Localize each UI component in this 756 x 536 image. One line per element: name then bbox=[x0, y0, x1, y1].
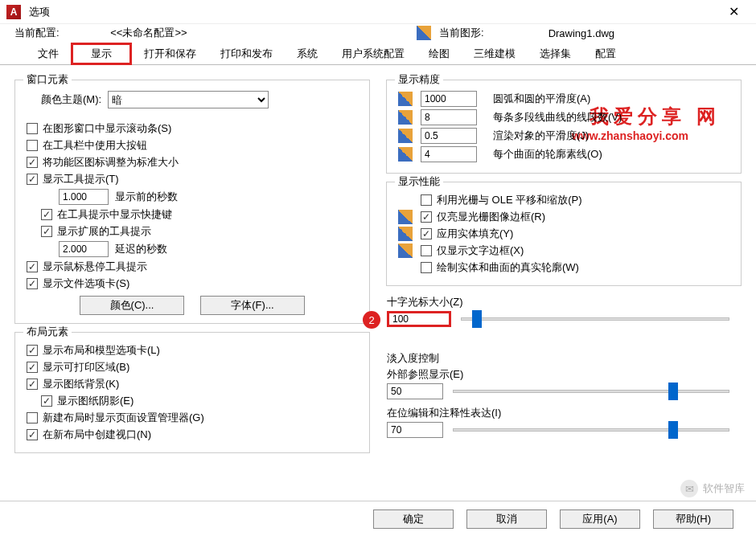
chk-printable[interactable] bbox=[27, 362, 38, 373]
inp-tip-delay[interactable] bbox=[59, 189, 109, 205]
tab-draft[interactable]: 绘图 bbox=[417, 43, 462, 65]
chk-highlight[interactable] bbox=[421, 211, 432, 223]
tabs: 文件 显示 打开和保存 打印和发布 系统 用户系统配置 绘图 三维建模 选择集 … bbox=[0, 42, 756, 65]
chk-silhouette[interactable] bbox=[421, 262, 432, 273]
tab-3d[interactable]: 三维建模 bbox=[462, 43, 528, 65]
res-icon bbox=[398, 110, 413, 125]
res-icon bbox=[398, 92, 413, 106]
lbl-hover: 显示鼠标悬停工具提示 bbox=[43, 260, 147, 274]
ok-button[interactable]: 确定 bbox=[373, 509, 454, 529]
lbl-tip-ext: 显示扩展的工具提示 bbox=[57, 224, 151, 239]
chk-layout-tabs[interactable] bbox=[27, 345, 38, 356]
footer-watermark: ✉ 软件智库 bbox=[680, 480, 745, 497]
slider-xref[interactable] bbox=[453, 390, 729, 393]
chk-tip-ext[interactable] bbox=[41, 226, 52, 237]
perf-icon bbox=[398, 210, 413, 224]
inp-tip-ext[interactable] bbox=[59, 241, 109, 257]
cancel-button[interactable]: 取消 bbox=[466, 509, 547, 529]
dwg-icon bbox=[417, 26, 431, 40]
lbl-scroll: 在图形窗口中显示滚动条(S) bbox=[43, 121, 171, 136]
group-layout-title: 布局元素 bbox=[23, 325, 72, 339]
btn-fonts[interactable]: 字体(F)... bbox=[200, 296, 305, 315]
lbl-highlight: 仅亮显光栅图像边框(R) bbox=[437, 210, 545, 224]
inp-poly[interactable] bbox=[421, 109, 477, 125]
group-crosshair: 十字光标大小(Z) 2 bbox=[386, 294, 742, 342]
tab-plot[interactable]: 打印和发布 bbox=[208, 43, 285, 65]
group-crosshair-title: 十字光标大小(Z) bbox=[387, 295, 729, 309]
tab-opensave[interactable]: 打开和保存 bbox=[132, 43, 208, 65]
lbl-filetab: 显示文件选项卡(S) bbox=[43, 276, 129, 291]
tab-file[interactable]: 文件 bbox=[26, 43, 71, 65]
chk-paperbg[interactable] bbox=[27, 378, 38, 390]
chk-filetab[interactable] bbox=[27, 278, 38, 289]
lbl-silhouette: 绘制实体和曲面的真实轮廓(W) bbox=[437, 260, 579, 275]
theme-label: 颜色主题(M): bbox=[41, 92, 101, 107]
slider-crosshair[interactable] bbox=[461, 317, 729, 321]
inp-crosshair[interactable] bbox=[387, 311, 451, 327]
profile-label: 当前配置: bbox=[14, 27, 60, 39]
tab-system[interactable]: 系统 bbox=[285, 43, 330, 65]
lbl-viewport: 在新布局中创建视口(N) bbox=[43, 428, 151, 442]
chk-hover[interactable] bbox=[27, 261, 38, 272]
inp-inplace[interactable] bbox=[387, 422, 443, 438]
chk-panzoom[interactable] bbox=[421, 194, 432, 206]
chk-tip-shortcut[interactable] bbox=[41, 209, 52, 220]
btn-colors[interactable]: 颜色(C)... bbox=[80, 296, 184, 315]
inp-xref[interactable] bbox=[387, 383, 443, 399]
lbl-panzoom: 利用光栅与 OLE 平移和缩放(P) bbox=[437, 193, 582, 207]
footer-text: 软件智库 bbox=[703, 481, 745, 496]
group-layout-elements: 布局元素 显示布局和模型选项卡(L) 显示可打印区域(B) 显示图纸背景(K) … bbox=[14, 332, 370, 453]
lbl-bigbtn: 在工具栏中使用大按钮 bbox=[43, 138, 147, 153]
chk-pagesetup[interactable] bbox=[27, 412, 38, 423]
window-title: 选项 bbox=[29, 5, 50, 19]
inp-render[interactable] bbox=[421, 128, 477, 144]
help-button[interactable]: 帮助(H) bbox=[653, 509, 733, 529]
bottom-bar: 确定 取消 应用(A) 帮助(H) bbox=[0, 501, 756, 536]
group-window-title: 窗口元素 bbox=[23, 72, 72, 87]
chk-bigbtn[interactable] bbox=[27, 140, 38, 151]
content: 窗口元素 颜色主题(M): 暗 在图形窗口中显示滚动条(S) 在工具栏中使用大按… bbox=[0, 65, 756, 463]
title-bar: A 选项 ✕ bbox=[0, 0, 756, 24]
lbl-paperbg: 显示图纸背景(K) bbox=[43, 377, 119, 391]
tab-display[interactable]: 显示 bbox=[71, 43, 132, 65]
lbl-tip-delay: 显示前的秒数 bbox=[115, 190, 178, 204]
lbl-pagesetup: 新建布局时显示页面设置管理器(G) bbox=[43, 411, 204, 425]
lbl-inplace: 在位编辑和注释性表达(I) bbox=[387, 406, 729, 420]
chk-ribbon[interactable] bbox=[27, 157, 38, 168]
lbl-surf: 每个曲面的轮廓素线(O) bbox=[493, 147, 602, 162]
wechat-icon: ✉ bbox=[680, 480, 698, 497]
lbl-fill: 应用实体填充(Y) bbox=[437, 227, 513, 241]
inp-arc[interactable] bbox=[421, 91, 477, 107]
group-performance: 显示性能 利用光栅与 OLE 平移和缩放(P) 仅亮显光栅图像边框(R) 应用实… bbox=[386, 182, 742, 286]
chk-textframe[interactable] bbox=[421, 245, 432, 256]
tab-userpref[interactable]: 用户系统配置 bbox=[330, 43, 417, 65]
group-performance-title: 显示性能 bbox=[395, 174, 443, 189]
lbl-render: 渲染对象的平滑度(J) bbox=[493, 129, 589, 143]
group-fade: 淡入度控制 外部参照显示(E) 在位编辑和注释性表达(I) bbox=[386, 350, 742, 453]
res-icon bbox=[398, 147, 413, 162]
chk-scroll[interactable] bbox=[27, 123, 38, 134]
lbl-textframe: 仅显示文字边框(X) bbox=[437, 243, 524, 258]
chk-fill[interactable] bbox=[421, 228, 432, 239]
theme-select[interactable]: 暗 bbox=[108, 91, 269, 108]
lbl-layout-tabs: 显示布局和模型选项卡(L) bbox=[43, 343, 160, 358]
tab-selection[interactable]: 选择集 bbox=[528, 43, 583, 65]
info-row: 当前配置: <<未命名配置>> 当前图形: Drawing1.dwg bbox=[0, 24, 756, 42]
chk-tooltip[interactable] bbox=[27, 174, 38, 185]
chk-viewport[interactable] bbox=[27, 429, 38, 440]
group-resolution-title: 显示精度 bbox=[395, 72, 443, 87]
close-button[interactable]: ✕ bbox=[717, 0, 750, 24]
group-fade-title: 淡入度控制 bbox=[387, 351, 729, 366]
inp-surf[interactable] bbox=[421, 146, 477, 162]
lbl-tip-shortcut: 在工具提示中显示快捷键 bbox=[57, 207, 172, 222]
chk-paper-shadow[interactable] bbox=[41, 395, 52, 407]
drawing-label: 当前图形: bbox=[439, 26, 484, 40]
lbl-printable: 显示可打印区域(B) bbox=[43, 360, 129, 374]
tab-profiles[interactable]: 配置 bbox=[583, 43, 628, 65]
profile-value: <<未命名配置>> bbox=[110, 27, 187, 39]
apply-button[interactable]: 应用(A) bbox=[560, 509, 640, 529]
res-icon bbox=[398, 129, 413, 143]
slider-inplace[interactable] bbox=[453, 428, 729, 432]
lbl-xref: 外部参照显示(E) bbox=[387, 367, 729, 382]
group-window-elements: 窗口元素 颜色主题(M): 暗 在图形窗口中显示滚动条(S) 在工具栏中使用大按… bbox=[14, 80, 370, 324]
